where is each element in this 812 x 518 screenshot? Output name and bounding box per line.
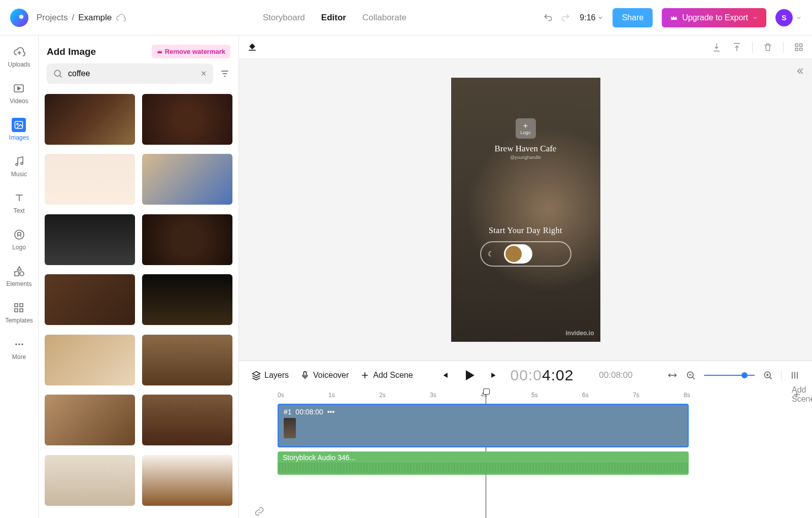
aspect-ratio-select[interactable]: 9:16 (580, 13, 603, 22)
handle-text[interactable]: @yourighandle (510, 155, 541, 160)
image-thumb[interactable] (45, 154, 135, 205)
undo-icon[interactable] (543, 13, 553, 23)
avatar: S (775, 9, 793, 26)
layers-button[interactable]: Layers (251, 370, 289, 380)
image-thumb[interactable] (45, 455, 135, 506)
rail-music[interactable]: Music (11, 152, 27, 180)
search-input[interactable] (68, 69, 195, 78)
image-thumb[interactable] (142, 455, 232, 506)
image-thumb[interactable] (142, 395, 232, 445)
svg-point-4 (21, 163, 23, 165)
timeline-controls: Layers Voiceover Add Scene 00:04:02 00:0… (239, 361, 812, 390)
image-thumb[interactable] (142, 214, 232, 265)
logo-placeholder[interactable]: Logo (516, 118, 536, 139)
next-frame-icon[interactable] (489, 370, 499, 380)
svg-rect-18 (800, 44, 802, 46)
svg-point-3 (16, 164, 18, 166)
preview-frame[interactable]: Logo Brew Haven Cafe @yourighandle Start… (451, 78, 600, 342)
share-button[interactable]: Share (613, 8, 653, 27)
trash-icon[interactable] (763, 42, 773, 52)
brand-text[interactable]: Brew Haven Cafe (495, 144, 557, 154)
timeline: Layers Voiceover Add Scene 00:04:02 00:0… (239, 361, 812, 518)
image-thumb[interactable] (142, 154, 232, 205)
view-tabs: Storyboard Editor Collaborate (134, 13, 535, 23)
image-thumb[interactable] (45, 395, 135, 445)
rail-images[interactable]: Images (9, 116, 29, 143)
import-icon[interactable] (732, 42, 742, 52)
fit-width-icon[interactable] (667, 370, 678, 380)
user-menu[interactable]: S (775, 9, 802, 26)
track-height-icon[interactable] (790, 370, 800, 380)
image-thumb[interactable] (45, 94, 135, 145)
rail-text[interactable]: Text (12, 189, 26, 216)
image-icon (12, 118, 26, 132)
link-tracks-icon[interactable] (254, 506, 264, 516)
svg-rect-19 (795, 48, 798, 50)
breadcrumb-current[interactable]: Example (78, 13, 112, 23)
app-logo-icon[interactable] (10, 9, 28, 27)
collapse-panel-icon[interactable] (795, 66, 805, 76)
tab-storyboard[interactable]: Storyboard (263, 13, 305, 23)
image-thumb[interactable] (45, 274, 135, 325)
chevron-down-icon (796, 15, 802, 21)
audio-clip[interactable]: Storyblock Audio 346... (278, 451, 689, 475)
svg-point-6 (20, 272, 24, 276)
redo-icon[interactable] (560, 13, 570, 23)
search-icon (53, 69, 63, 79)
svg-rect-11 (20, 309, 23, 312)
image-thumb[interactable] (142, 335, 232, 385)
video-icon (12, 81, 26, 95)
clip-thumbnail (284, 418, 296, 438)
shapes-icon (12, 264, 26, 278)
zoom-out-icon[interactable] (686, 370, 696, 380)
toggle-knob (505, 246, 522, 262)
breadcrumb-projects[interactable]: Projects (37, 13, 67, 23)
rail-videos[interactable]: Videos (10, 79, 28, 107)
svg-rect-10 (15, 309, 18, 312)
svg-rect-17 (795, 44, 798, 46)
upgrade-button[interactable]: Upgrade to Export (662, 8, 766, 27)
image-thumb[interactable] (142, 94, 232, 145)
add-scene-button[interactable]: Add Scene (360, 370, 413, 380)
waveform (278, 463, 689, 473)
rail-logo[interactable]: Logo (12, 225, 26, 253)
time-ruler[interactable]: 0s 1s 2s 3s 4s 5s 6s 7s 8s Add Scene (278, 390, 812, 401)
rail-templates[interactable]: Templates (5, 299, 33, 326)
remove-watermark-button[interactable]: Remove watermark (152, 45, 230, 58)
clear-search-icon[interactable]: ✕ (200, 69, 207, 78)
tab-editor[interactable]: Editor (321, 13, 346, 23)
rail-more[interactable]: More (12, 335, 26, 363)
rail-uploads[interactable]: Uploads (8, 43, 30, 70)
image-thumb[interactable] (45, 214, 135, 265)
fill-tool-icon[interactable] (247, 42, 257, 52)
zoom-slider[interactable] (704, 375, 755, 376)
breadcrumb: Projects / Example (37, 13, 126, 23)
clip-more-icon[interactable]: ••• (327, 408, 335, 416)
svg-rect-8 (15, 304, 18, 307)
filter-icon[interactable] (219, 68, 230, 79)
add-scene-end-button[interactable]: Add Scene (792, 390, 802, 400)
image-thumb[interactable] (142, 274, 232, 325)
image-results-grid[interactable] (39, 90, 239, 518)
timecode: 00:04:02 (511, 367, 574, 384)
cloud-sync-icon[interactable] (116, 13, 126, 23)
plus-icon (360, 370, 370, 380)
grid-view-icon[interactable] (794, 42, 804, 52)
zoom-in-icon[interactable] (763, 370, 773, 380)
voiceover-button[interactable]: Voiceover (300, 370, 349, 380)
canvas-toolbar (239, 36, 812, 59)
total-duration: 00:08:00 (599, 370, 632, 380)
editor-area: Logo Brew Haven Cafe @yourighandle Start… (239, 36, 812, 518)
left-rail: Uploads Videos Images Music Text Logo El… (0, 36, 39, 518)
video-clip[interactable]: #1 00:08:00 ••• (278, 404, 689, 447)
play-button[interactable] (461, 367, 478, 384)
tab-collaborate[interactable]: Collaborate (362, 13, 407, 23)
export-icon[interactable] (712, 42, 722, 52)
mic-icon (300, 370, 310, 380)
prev-frame-icon[interactable] (439, 370, 450, 380)
tagline-text[interactable]: Start Your Day Right (489, 226, 562, 235)
image-thumb[interactable] (45, 335, 135, 385)
canvas-stage[interactable]: Logo Brew Haven Cafe @yourighandle Start… (239, 59, 812, 361)
day-night-toggle[interactable]: ☾ (480, 241, 571, 267)
rail-elements[interactable]: Elements (6, 262, 31, 289)
